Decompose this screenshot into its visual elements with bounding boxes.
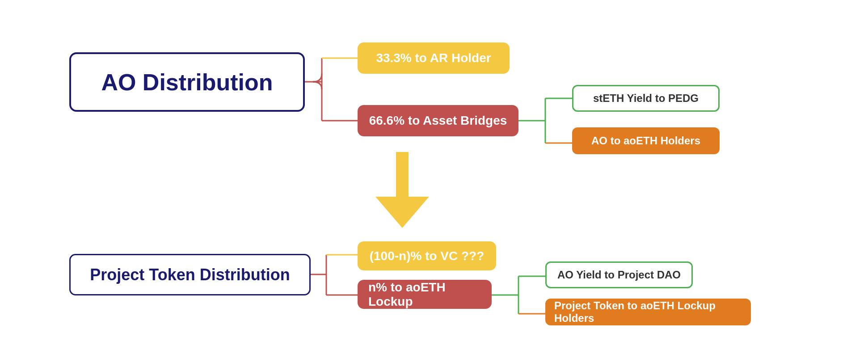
- aoeth-holders-box: AO to aoETH Holders: [572, 127, 720, 154]
- ar-holder-label: 33.3% to AR Holder: [376, 51, 491, 65]
- diagram: AO Distribution 33.3% to AR Holder 66.6%…: [0, 0, 868, 354]
- project-distribution-title: Project Token Distribution: [90, 266, 290, 284]
- asset-bridges-box: 66.6% to Asset Bridges: [358, 105, 518, 136]
- steth-yield-label: stETH Yield to PEDG: [593, 92, 699, 105]
- aoeth-lockup-label: n% to aoETH Lockup: [368, 280, 481, 309]
- vc-label: (100-n)% to VC ???: [370, 249, 485, 263]
- svg-marker-9: [375, 197, 429, 228]
- vc-box: (100-n)% to VC ???: [358, 241, 496, 270]
- project-distribution-box: Project Token Distribution: [69, 254, 311, 295]
- ar-holder-box: 33.3% to AR Holder: [358, 42, 510, 74]
- asset-bridges-label: 66.6% to Asset Bridges: [369, 114, 507, 128]
- ao-yield-dao-label: AO Yield to Project DAO: [557, 269, 681, 281]
- project-token-lockup-label: Project Token to aoETH Lockup Holders: [554, 299, 742, 324]
- ao-distribution-box: AO Distribution: [69, 52, 305, 112]
- aoeth-lockup-box: n% to aoETH Lockup: [358, 280, 492, 309]
- ao-distribution-title: AO Distribution: [101, 69, 273, 96]
- aoeth-holders-label: AO to aoETH Holders: [591, 135, 700, 147]
- project-token-lockup-box: Project Token to aoETH Lockup Holders: [545, 299, 751, 325]
- ao-yield-dao-box: AO Yield to Project DAO: [545, 261, 693, 288]
- steth-yield-box: stETH Yield to PEDG: [572, 85, 720, 112]
